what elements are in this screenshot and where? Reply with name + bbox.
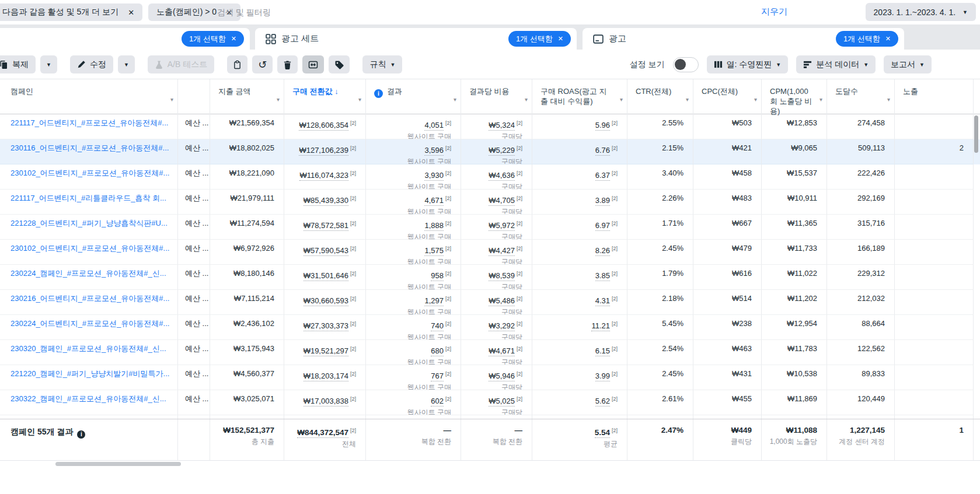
ctr-cell: 1.71% [627,215,693,240]
campaign-name-link[interactable]: 230102_어드벤티지_#프로모션_유아동전체#... [11,244,169,253]
footnote: [2] [445,321,451,327]
tag-button[interactable] [329,55,350,73]
impressions-cell [895,215,974,240]
edit-button[interactable]: 수정 [70,55,113,73]
breakdown-button[interactable]: 분석 데이터 ▼ [796,55,876,73]
close-icon[interactable]: ✕ [128,8,134,17]
cpc-cell: ₩463 [693,340,762,365]
delete-button[interactable] [277,55,298,73]
sort-down-icon: ↓ [334,87,339,96]
header-purchase-value[interactable]: 구매 전환값 ↓ ▾ [284,79,366,118]
campaign-name-link[interactable]: 221117_어드벤티지_#리틀클라우드_흡착 회... [11,194,166,202]
roas-cell: 6.15[2] [532,340,627,365]
header-cost-per-result[interactable]: 결과당 비용 ▾ [461,79,532,118]
tab-ads[interactable]: 광고 1개 선택함 ✕ [583,28,904,50]
duplicate-button[interactable]: 복제 [0,55,36,73]
header-cpc[interactable]: CPC(전체) ▾ [693,79,762,118]
preview-button[interactable] [302,55,324,73]
campaign-name-link[interactable]: 221220_캠페인_#퍼기_냥냥치발기#비밀특가... [11,369,169,378]
roas-cell: 11.21[2] [532,315,627,340]
ab-test-label: A/B 테스트 [168,59,207,70]
campaign-name-link[interactable]: 221228_어드벤티지_#퍼기_냥냥흡착식판#U... [11,219,168,227]
footnote: [2] [517,195,522,201]
report-button[interactable]: 보고서 ▼ [884,55,932,73]
selected-count-badge[interactable]: 1개 선택함 ✕ [182,31,244,47]
clipboard-button[interactable] [227,55,247,73]
budget-cell: 예산 ... [178,139,210,164]
results-cell: 740[2] 웹사이트 구매 [366,315,461,340]
cpm-cell: ₩12,954 [762,315,827,340]
summary-results-cell: — 복합 전환 [366,419,461,460]
footnote: [2] [517,246,522,251]
impressions-cell [895,340,974,365]
columns-button[interactable]: 열: 수영찐찐 ▼ [707,55,789,73]
purchase-value-cell: ₩27,303,373[2] [284,315,366,340]
footnote: [2] [350,195,356,201]
clear-filters-link[interactable]: 지우기 [761,6,787,17]
campaign-name-cell: 230102_어드벤티지_#프로모션_유아동전체#... [0,164,178,190]
footnote: [2] [612,246,618,251]
tab-campaigns[interactable]: 1개 선택함 ✕ [0,28,250,50]
roas-cell: 6.97[2] [532,215,627,240]
search-input[interactable] [217,3,626,21]
roas-cell: 8.26[2] [532,240,627,265]
results-cell: 1,575[2] 웹사이트 구매 [366,240,461,265]
filter-chip-status[interactable]: 다음과 같음 활성 및 5개 더 보기 ✕ [0,3,142,21]
undo-button[interactable]: ↺ [252,55,273,73]
campaign-name-link[interactable]: 230320_캠페인_#프로모션_유아동전체#_신... [11,344,166,353]
campaign-name-link[interactable]: 230116_어드벤티지_#프로모션_유아동전체#... [11,143,169,152]
header-cpm[interactable]: CPM(1,000회 노출당 비용) ▾ [762,79,827,118]
impressions-cell [895,365,974,390]
purchase-value-cell: ₩17,003,838[2] [284,390,366,415]
edit-dropdown-button[interactable]: ▼ [118,55,135,73]
roas-cell: 3.89[2] [532,190,627,215]
footnote: [2] [612,321,618,327]
campaign-name-link[interactable]: 230224_어드벤티지_#프로모션_유아동전체#... [11,319,169,328]
close-icon[interactable]: ✕ [231,35,236,43]
selected-count-badge[interactable]: 1개 선택함 ✕ [836,31,898,47]
settings-view-toggle[interactable] [673,57,699,72]
campaign-name-cell: 230116_어드벤티지_#프로모션_유아동전체#... [0,139,178,164]
header-campaign[interactable]: 캠페인 ▾ [0,79,178,118]
campaign-name-link[interactable]: 230102_어드벤티지_#프로모션_유아동전체#... [11,169,169,177]
tab-ad-sets[interactable]: 광고 세트 1개 선택함 ✕ [255,28,577,50]
header-results[interactable]: i결과 ▾ [366,79,461,118]
vertical-scrollbar-thumb[interactable] [974,115,978,153]
campaign-name-link[interactable]: 230216_어드벤티지_#프로모션_유아동전체#... [11,294,169,303]
sort-caret-icon: ▾ [887,94,890,104]
campaign-name-link[interactable]: 221117_어드벤티지_#프로모션_유아동전체#... [11,118,168,127]
table-row: 221228_어드벤티지_#퍼기_냥냥흡착식판#U... 예산 ... ₩11,… [0,215,980,240]
header-budget[interactable] [178,79,210,118]
campaign-name-link[interactable]: 230322_캠페인_#프로모션_유아동전체#_신... [11,394,166,403]
footnote: [2] [445,296,451,302]
close-icon[interactable]: ✕ [885,35,891,43]
close-icon[interactable]: ✕ [558,35,563,43]
rules-button[interactable]: 규칙 ▼ [362,55,402,73]
grid-icon [266,34,276,44]
spend-cell: ₩2,436,102 [210,315,284,340]
info-icon: i [77,430,85,439]
selected-count-label: 1개 선택함 [189,34,226,44]
header-spend[interactable]: 지출 금액 ▾ [210,79,284,118]
header-impressions[interactable]: 노출 [895,79,974,118]
table-header: 캠페인 ▾ 지출 금액 ▾ 구매 전환값 ↓ ▾ i결과 ▾ 결과당 비용 ▾ … [0,79,980,114]
sort-caret-icon: ▾ [170,94,173,104]
header-roas[interactable]: 구매 ROAS(광고 지출 대비 수익률) ▾ [532,79,627,118]
campaign-name-link[interactable]: 230224_캠페인_#프로모션_유아동전체#_신... [11,269,166,278]
cost-type-label: 구매당 [461,358,522,365]
cost-type-label: 구매당 [461,408,522,415]
header-reach[interactable]: 도달수 ▾ [827,79,895,118]
sort-caret-icon: ▾ [620,94,623,104]
chevron-down-icon: ▼ [919,62,925,68]
duplicate-dropdown-button[interactable]: ▼ [40,55,57,73]
cpc-cell: ₩667 [693,215,762,240]
date-range-picker[interactable]: 2023. 1. 1.~2023. 4. 1. ▼ [866,3,976,21]
table-row: 230216_어드벤티지_#프로모션_유아동전체#... 예산 ... ₩7,1… [0,290,980,315]
impressions-cell [895,265,974,290]
cpm-cell: ₩10,911 [762,190,827,215]
selected-count-badge[interactable]: 1개 선택함 ✕ [508,31,571,47]
cost-type-label: 구매당 [461,282,522,290]
header-ctr[interactable]: CTR(전체) ▾ [627,79,693,118]
horizontal-scrollbar-thumb[interactable] [55,462,181,466]
cost-type-label: 구매당 [461,307,522,315]
